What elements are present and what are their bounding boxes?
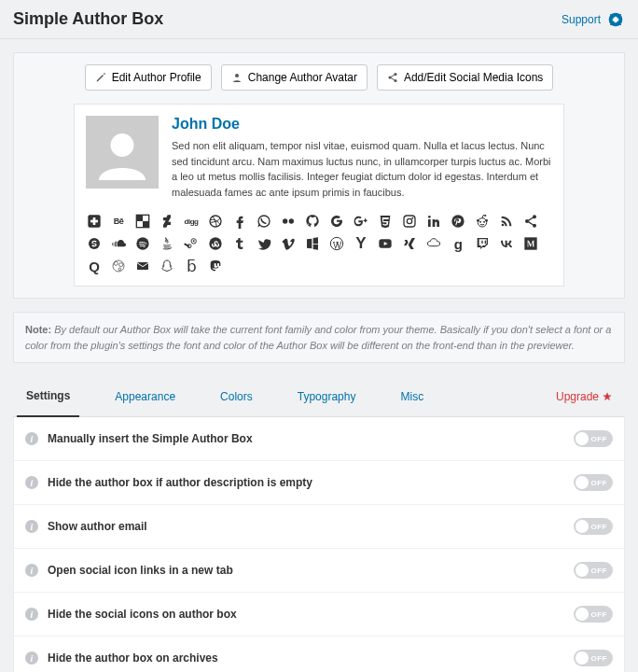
svg-rect-12 (90, 220, 98, 223)
change-author-avatar-label: Change Author Avatar (248, 71, 357, 84)
pinterest-icon[interactable] (450, 213, 466, 230)
support-link[interactable]: Support (562, 13, 601, 26)
svg-rect-44 (524, 237, 536, 249)
info-icon[interactable]: i (25, 432, 38, 445)
info-icon[interactable]: i (25, 520, 38, 533)
mastodon-icon[interactable] (207, 258, 224, 274)
xing-icon[interactable] (401, 235, 418, 252)
500px-icon[interactable]: ƃ (183, 258, 200, 274)
note-label: Note: (25, 324, 51, 335)
dribbble-icon[interactable] (207, 213, 224, 230)
info-icon[interactable]: i (25, 476, 38, 489)
skype-icon[interactable] (86, 235, 103, 252)
setting-label: Manually insert the Simple Author Box (48, 432, 564, 445)
share-alt-icon[interactable] (522, 213, 539, 230)
yahoo-icon[interactable]: Y (353, 235, 369, 252)
flickr-icon[interactable] (280, 213, 297, 230)
toggle-state-label: OFF (591, 610, 608, 619)
delicious-icon[interactable] (134, 213, 151, 230)
setting-row: i Hide the author box on archives OFF (14, 637, 624, 672)
twitch-icon[interactable] (474, 235, 491, 252)
tab-appearance[interactable]: Appearance (105, 377, 185, 416)
tab-colors[interactable]: Colors (211, 377, 262, 416)
mixcloud-icon[interactable] (425, 235, 442, 252)
toggle[interactable]: OFF (574, 474, 613, 491)
svg-point-39 (193, 240, 195, 242)
tab-settings[interactable]: Settings (17, 376, 79, 417)
addthis-icon[interactable] (86, 213, 103, 230)
twitter-icon[interactable] (256, 235, 272, 252)
stumbleupon-icon[interactable] (207, 235, 224, 252)
vimeo-icon[interactable] (280, 235, 297, 252)
toggle[interactable]: OFF (574, 430, 613, 447)
setting-label: Hide the social icons on author box (48, 608, 564, 621)
toggle-state-label: OFF (591, 479, 608, 487)
linkedin-icon[interactable] (425, 213, 442, 230)
wordpress-icon[interactable] (328, 235, 345, 252)
mail-icon[interactable] (134, 258, 151, 274)
svg-point-21 (407, 218, 411, 223)
svg-point-32 (502, 224, 505, 227)
windows-icon[interactable] (304, 235, 321, 252)
page-title: Simple Author Box (13, 9, 163, 29)
tabs: Settings Appearance Colors Typography Mi… (13, 376, 625, 417)
whatsapp-icon[interactable] (256, 213, 272, 230)
svg-point-27 (479, 221, 481, 223)
toggle[interactable]: OFF (574, 562, 613, 579)
add-edit-social-icons-label: Add/Edit Social Media Icons (404, 71, 543, 84)
soundcloud-icon[interactable] (110, 235, 127, 252)
java-icon[interactable] (159, 235, 175, 252)
note-box: Note: By default our Author Box will tak… (13, 312, 625, 363)
edit-author-profile-button[interactable]: Edit Author Profile (85, 64, 212, 91)
info-icon[interactable]: i (25, 651, 38, 665)
help-icon[interactable] (608, 12, 623, 27)
setting-row: i Open social icon links in a new tab OF… (14, 549, 624, 593)
svg-point-47 (119, 263, 123, 267)
instagram-icon[interactable] (401, 213, 418, 230)
deviantart-icon[interactable] (159, 213, 175, 230)
svg-point-22 (411, 217, 413, 219)
info-icon[interactable]: i (25, 564, 38, 577)
meetup-icon[interactable] (110, 258, 127, 274)
medium-icon[interactable] (522, 235, 539, 252)
digg-icon[interactable]: digg (183, 213, 200, 230)
toggle[interactable]: OFF (574, 606, 613, 623)
tab-typography[interactable]: Typography (288, 377, 366, 416)
author-name[interactable]: John Doe (172, 116, 552, 133)
behance-icon[interactable]: Bē (110, 213, 127, 230)
googleplus-icon[interactable] (353, 213, 369, 230)
setting-label: Hide the author box if author descriptio… (48, 476, 564, 489)
snapchat-icon[interactable] (159, 258, 175, 274)
author-description: Sed non elit aliquam, tempor nisl vitae,… (172, 138, 552, 200)
html5-icon[interactable] (377, 213, 394, 230)
tumblr-icon[interactable] (231, 235, 248, 252)
vk-icon[interactable] (498, 235, 515, 252)
setting-row: i Show author email OFF (14, 505, 624, 549)
facebook-icon[interactable] (231, 213, 248, 230)
svg-point-48 (118, 268, 121, 271)
spotify-icon[interactable] (134, 235, 151, 252)
info-icon[interactable]: i (25, 608, 38, 621)
youtube-icon[interactable] (377, 235, 394, 252)
quora-icon[interactable]: Q (86, 258, 103, 274)
user-icon (231, 72, 243, 83)
toolbar: Edit Author Profile Change Author Avatar… (25, 64, 613, 91)
topbar: Simple Author Box Support (0, 0, 638, 39)
steam-icon[interactable] (183, 235, 200, 252)
svg-rect-14 (136, 215, 143, 221)
rss-icon[interactable] (498, 213, 515, 230)
github-icon[interactable] (304, 213, 321, 230)
add-edit-social-icons-button[interactable]: Add/Edit Social Media Icons (377, 64, 553, 91)
toggle[interactable]: OFF (574, 518, 613, 535)
google-icon[interactable] (328, 213, 345, 230)
toggle[interactable]: OFF (574, 650, 613, 666)
setting-row: i Hide the author box if author descript… (14, 461, 624, 505)
reddit-icon[interactable] (474, 213, 491, 230)
tab-upgrade[interactable]: Upgrade (547, 377, 621, 416)
tab-misc[interactable]: Misc (391, 377, 433, 416)
svg-point-19 (289, 218, 294, 223)
toggle-state-label: OFF (591, 654, 608, 663)
goodreads-icon[interactable]: g (450, 235, 466, 252)
svg-point-29 (477, 219, 479, 222)
change-author-avatar-button[interactable]: Change Author Avatar (221, 64, 368, 91)
